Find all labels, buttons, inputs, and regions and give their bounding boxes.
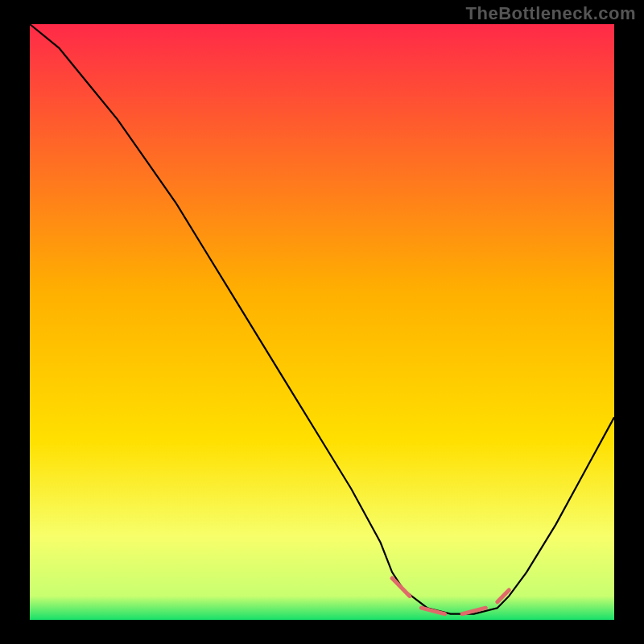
chart-stage: TheBottleneck.com (0, 0, 644, 644)
watermark-text: TheBottleneck.com (466, 3, 636, 24)
plot-background (30, 24, 614, 620)
chart-svg (0, 0, 644, 644)
